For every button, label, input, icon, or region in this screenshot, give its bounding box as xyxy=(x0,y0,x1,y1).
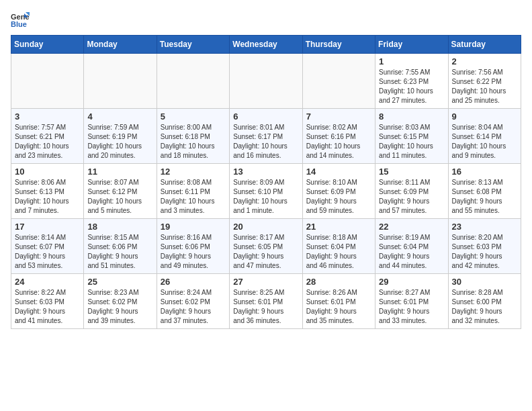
day-number: 30 xyxy=(452,277,517,287)
calendar-week-row: 1Sunrise: 7:55 AM Sunset: 6:23 PM Daylig… xyxy=(11,54,521,109)
day-number: 20 xyxy=(233,222,298,232)
day-number: 4 xyxy=(87,111,152,122)
day-detail: Sunrise: 8:13 AM Sunset: 6:08 PM Dayligh… xyxy=(452,178,517,216)
calendar-cell: 22Sunrise: 8:19 AM Sunset: 6:04 PM Dayli… xyxy=(375,219,448,274)
day-detail: Sunrise: 8:03 AM Sunset: 6:15 PM Dayligh… xyxy=(379,123,444,161)
day-number: 12 xyxy=(161,167,226,177)
calendar-cell xyxy=(157,54,229,109)
calendar-table: SundayMondayTuesdayWednesdayThursdayFrid… xyxy=(11,35,521,329)
calendar-cell: 3Sunrise: 7:57 AM Sunset: 6:21 PM Daylig… xyxy=(11,109,84,164)
day-number: 29 xyxy=(379,277,444,287)
calendar-cell: 4Sunrise: 7:59 AM Sunset: 6:19 PM Daylig… xyxy=(84,109,157,164)
day-number: 18 xyxy=(87,222,152,232)
day-number: 10 xyxy=(15,167,80,177)
calendar-week-row: 10Sunrise: 8:06 AM Sunset: 6:13 PM Dayli… xyxy=(11,164,521,219)
day-number: 9 xyxy=(452,111,517,122)
weekday-header-sunday: Sunday xyxy=(11,36,84,54)
day-number: 3 xyxy=(15,111,80,122)
day-number: 26 xyxy=(161,277,226,287)
day-detail: Sunrise: 7:57 AM Sunset: 6:21 PM Dayligh… xyxy=(15,123,80,161)
day-detail: Sunrise: 8:28 AM Sunset: 6:00 PM Dayligh… xyxy=(452,288,517,326)
weekday-header-thursday: Thursday xyxy=(302,36,375,54)
calendar-header-row: SundayMondayTuesdayWednesdayThursdayFrid… xyxy=(11,36,521,54)
day-number: 23 xyxy=(452,222,517,232)
day-number: 22 xyxy=(379,222,444,232)
calendar-cell xyxy=(84,54,157,109)
calendar-cell: 14Sunrise: 8:10 AM Sunset: 6:09 PM Dayli… xyxy=(302,164,375,219)
day-number: 27 xyxy=(233,277,298,287)
day-detail: Sunrise: 7:55 AM Sunset: 6:23 PM Dayligh… xyxy=(379,68,444,105)
day-detail: Sunrise: 8:17 AM Sunset: 6:05 PM Dayligh… xyxy=(233,233,298,271)
calendar-cell: 27Sunrise: 8:25 AM Sunset: 6:01 PM Dayli… xyxy=(230,274,302,329)
day-detail: Sunrise: 8:26 AM Sunset: 6:01 PM Dayligh… xyxy=(306,288,371,326)
calendar-cell: 29Sunrise: 8:27 AM Sunset: 6:01 PM Dayli… xyxy=(375,274,448,329)
day-detail: Sunrise: 8:24 AM Sunset: 6:02 PM Dayligh… xyxy=(161,288,226,326)
day-number: 13 xyxy=(233,167,298,177)
calendar-cell: 16Sunrise: 8:13 AM Sunset: 6:08 PM Dayli… xyxy=(448,164,521,219)
day-number: 11 xyxy=(87,167,152,177)
calendar-week-row: 24Sunrise: 8:22 AM Sunset: 6:03 PM Dayli… xyxy=(11,274,521,329)
calendar-cell: 9Sunrise: 8:04 AM Sunset: 6:14 PM Daylig… xyxy=(448,109,521,164)
calendar-cell: 13Sunrise: 8:09 AM Sunset: 6:10 PM Dayli… xyxy=(230,164,302,219)
calendar-cell: 1Sunrise: 7:55 AM Sunset: 6:23 PM Daylig… xyxy=(375,54,448,109)
day-detail: Sunrise: 8:11 AM Sunset: 6:09 PM Dayligh… xyxy=(379,178,444,216)
day-detail: Sunrise: 8:25 AM Sunset: 6:01 PM Dayligh… xyxy=(233,288,298,326)
day-number: 7 xyxy=(306,111,371,122)
day-number: 25 xyxy=(87,277,152,287)
day-detail: Sunrise: 8:04 AM Sunset: 6:14 PM Dayligh… xyxy=(452,123,517,161)
day-detail: Sunrise: 8:08 AM Sunset: 6:11 PM Dayligh… xyxy=(161,178,226,216)
day-detail: Sunrise: 8:09 AM Sunset: 6:10 PM Dayligh… xyxy=(233,178,298,216)
calendar-cell: 8Sunrise: 8:03 AM Sunset: 6:15 PM Daylig… xyxy=(375,109,448,164)
weekday-header-friday: Friday xyxy=(375,36,448,54)
day-number: 15 xyxy=(379,167,444,177)
calendar-cell: 30Sunrise: 8:28 AM Sunset: 6:00 PM Dayli… xyxy=(448,274,521,329)
calendar-cell: 25Sunrise: 8:23 AM Sunset: 6:02 PM Dayli… xyxy=(84,274,157,329)
calendar-cell: 28Sunrise: 8:26 AM Sunset: 6:01 PM Dayli… xyxy=(302,274,375,329)
calendar-week-row: 3Sunrise: 7:57 AM Sunset: 6:21 PM Daylig… xyxy=(11,109,521,164)
day-detail: Sunrise: 8:20 AM Sunset: 6:03 PM Dayligh… xyxy=(452,233,517,271)
day-number: 1 xyxy=(379,56,444,66)
day-detail: Sunrise: 8:18 AM Sunset: 6:04 PM Dayligh… xyxy=(306,233,371,271)
calendar-cell: 18Sunrise: 8:15 AM Sunset: 6:06 PM Dayli… xyxy=(84,219,157,274)
day-detail: Sunrise: 8:23 AM Sunset: 6:02 PM Dayligh… xyxy=(87,288,152,326)
calendar-cell xyxy=(11,54,84,109)
calendar-cell: 5Sunrise: 8:00 AM Sunset: 6:18 PM Daylig… xyxy=(157,109,229,164)
calendar-cell xyxy=(302,54,375,109)
day-detail: Sunrise: 8:00 AM Sunset: 6:18 PM Dayligh… xyxy=(161,123,226,161)
calendar-cell: 15Sunrise: 8:11 AM Sunset: 6:09 PM Dayli… xyxy=(375,164,448,219)
calendar-cell: 7Sunrise: 8:02 AM Sunset: 6:16 PM Daylig… xyxy=(302,109,375,164)
weekday-header-wednesday: Wednesday xyxy=(230,36,302,54)
calendar-cell: 17Sunrise: 8:14 AM Sunset: 6:07 PM Dayli… xyxy=(11,219,84,274)
day-number: 16 xyxy=(452,167,517,177)
day-detail: Sunrise: 7:59 AM Sunset: 6:19 PM Dayligh… xyxy=(87,123,152,161)
day-detail: Sunrise: 8:22 AM Sunset: 6:03 PM Dayligh… xyxy=(15,288,80,326)
logo: General Blue xyxy=(11,11,32,30)
day-detail: Sunrise: 8:06 AM Sunset: 6:13 PM Dayligh… xyxy=(15,178,80,216)
day-number: 24 xyxy=(15,277,80,287)
calendar-cell: 26Sunrise: 8:24 AM Sunset: 6:02 PM Dayli… xyxy=(157,274,229,329)
calendar-cell: 6Sunrise: 8:01 AM Sunset: 6:17 PM Daylig… xyxy=(230,109,302,164)
day-detail: Sunrise: 7:56 AM Sunset: 6:22 PM Dayligh… xyxy=(452,68,517,105)
calendar-cell: 10Sunrise: 8:06 AM Sunset: 6:13 PM Dayli… xyxy=(11,164,84,219)
calendar-cell: 19Sunrise: 8:16 AM Sunset: 6:06 PM Dayli… xyxy=(157,219,229,274)
day-number: 2 xyxy=(452,56,517,66)
day-number: 8 xyxy=(379,111,444,122)
day-number: 6 xyxy=(233,111,298,122)
day-detail: Sunrise: 8:10 AM Sunset: 6:09 PM Dayligh… xyxy=(306,178,371,216)
calendar-cell: 24Sunrise: 8:22 AM Sunset: 6:03 PM Dayli… xyxy=(11,274,84,329)
day-detail: Sunrise: 8:07 AM Sunset: 6:12 PM Dayligh… xyxy=(87,178,152,216)
weekday-header-tuesday: Tuesday xyxy=(157,36,229,54)
calendar-cell: 20Sunrise: 8:17 AM Sunset: 6:05 PM Dayli… xyxy=(230,219,302,274)
day-number: 14 xyxy=(306,167,371,177)
day-number: 5 xyxy=(161,111,226,122)
svg-text:Blue: Blue xyxy=(11,20,27,28)
calendar-cell xyxy=(230,54,302,109)
page-header: General Blue xyxy=(11,11,521,30)
calendar-cell: 23Sunrise: 8:20 AM Sunset: 6:03 PM Dayli… xyxy=(448,219,521,274)
day-detail: Sunrise: 8:27 AM Sunset: 6:01 PM Dayligh… xyxy=(379,288,444,326)
calendar-cell: 21Sunrise: 8:18 AM Sunset: 6:04 PM Dayli… xyxy=(302,219,375,274)
day-number: 17 xyxy=(15,222,80,232)
day-number: 21 xyxy=(306,222,371,232)
calendar-cell: 12Sunrise: 8:08 AM Sunset: 6:11 PM Dayli… xyxy=(157,164,229,219)
day-detail: Sunrise: 8:15 AM Sunset: 6:06 PM Dayligh… xyxy=(87,233,152,271)
